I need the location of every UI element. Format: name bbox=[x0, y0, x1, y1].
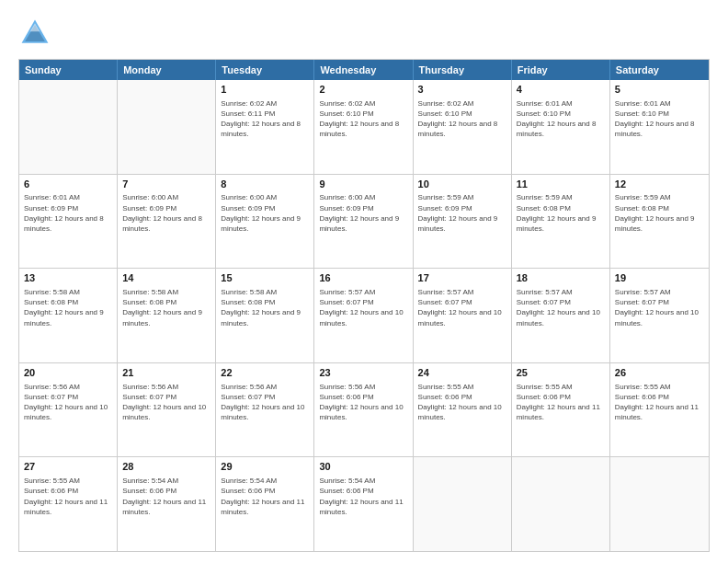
calendar-cell: 25Sunrise: 5:55 AMSunset: 6:06 PMDayligh… bbox=[512, 363, 610, 457]
day-number: 14 bbox=[122, 271, 210, 285]
cell-detail: Sunrise: 5:55 AMSunset: 6:06 PMDaylight:… bbox=[615, 382, 704, 423]
day-number: 25 bbox=[517, 366, 605, 380]
day-number: 13 bbox=[24, 271, 112, 285]
header-monday: Monday bbox=[118, 60, 216, 80]
day-number: 30 bbox=[319, 460, 407, 474]
day-number: 22 bbox=[221, 366, 309, 380]
cell-detail: Sunrise: 6:00 AMSunset: 6:09 PMDaylight:… bbox=[319, 192, 407, 234]
calendar-cell: 18Sunrise: 5:57 AMSunset: 6:07 PMDayligh… bbox=[512, 269, 610, 362]
cell-detail: Sunrise: 5:55 AMSunset: 6:06 PMDaylight:… bbox=[418, 382, 506, 423]
cell-detail: Sunrise: 5:55 AMSunset: 6:06 PMDaylight:… bbox=[517, 382, 605, 423]
day-number: 27 bbox=[24, 460, 112, 474]
calendar-cell bbox=[19, 80, 118, 174]
calendar-row-3: 13Sunrise: 5:58 AMSunset: 6:08 PMDayligh… bbox=[19, 268, 709, 362]
calendar-cell: 19Sunrise: 5:57 AMSunset: 6:07 PMDayligh… bbox=[610, 269, 709, 362]
cell-detail: Sunrise: 5:55 AMSunset: 6:06 PMDaylight:… bbox=[24, 476, 112, 517]
cell-detail: Sunrise: 5:54 AMSunset: 6:06 PMDaylight:… bbox=[221, 476, 309, 517]
calendar-cell: 24Sunrise: 5:55 AMSunset: 6:06 PMDayligh… bbox=[414, 363, 512, 457]
cell-detail: Sunrise: 6:02 AMSunset: 6:10 PMDaylight:… bbox=[319, 98, 407, 140]
calendar-cell: 26Sunrise: 5:55 AMSunset: 6:06 PMDayligh… bbox=[610, 363, 709, 457]
header-friday: Friday bbox=[512, 60, 610, 80]
cell-detail: Sunrise: 5:59 AMSunset: 6:09 PMDaylight:… bbox=[418, 192, 506, 234]
calendar-cell: 4Sunrise: 6:01 AMSunset: 6:10 PMDaylight… bbox=[512, 80, 610, 174]
calendar-cell: 28Sunrise: 5:54 AMSunset: 6:06 PMDayligh… bbox=[118, 457, 216, 551]
calendar-row-4: 20Sunrise: 5:56 AMSunset: 6:07 PMDayligh… bbox=[19, 362, 709, 457]
day-number: 29 bbox=[221, 460, 309, 474]
day-number: 20 bbox=[24, 366, 112, 380]
cell-detail: Sunrise: 5:57 AMSunset: 6:07 PMDaylight:… bbox=[319, 287, 407, 328]
header-sunday: Sunday bbox=[19, 60, 118, 80]
calendar-cell: 15Sunrise: 5:58 AMSunset: 6:08 PMDayligh… bbox=[216, 269, 314, 362]
calendar-cell: 30Sunrise: 5:54 AMSunset: 6:06 PMDayligh… bbox=[314, 457, 413, 551]
day-number: 26 bbox=[615, 366, 704, 380]
day-number: 17 bbox=[418, 271, 506, 285]
cell-detail: Sunrise: 6:02 AMSunset: 6:10 PMDaylight:… bbox=[418, 98, 506, 140]
header bbox=[18, 17, 710, 50]
calendar-cell: 9Sunrise: 6:00 AMSunset: 6:09 PMDaylight… bbox=[314, 175, 413, 269]
day-number: 12 bbox=[615, 178, 704, 191]
calendar-cell bbox=[512, 457, 610, 551]
cell-detail: Sunrise: 5:59 AMSunset: 6:08 PMDaylight:… bbox=[615, 192, 704, 234]
day-number: 7 bbox=[122, 178, 210, 191]
calendar-cell: 11Sunrise: 5:59 AMSunset: 6:08 PMDayligh… bbox=[512, 175, 610, 269]
cell-detail: Sunrise: 6:01 AMSunset: 6:10 PMDaylight:… bbox=[517, 98, 605, 140]
day-number: 19 bbox=[615, 271, 704, 285]
calendar-cell: 23Sunrise: 5:56 AMSunset: 6:06 PMDayligh… bbox=[314, 363, 413, 457]
day-number: 5 bbox=[615, 83, 704, 97]
day-number: 21 bbox=[122, 366, 210, 380]
cell-detail: Sunrise: 5:57 AMSunset: 6:07 PMDaylight:… bbox=[418, 287, 506, 328]
calendar-cell: 5Sunrise: 6:01 AMSunset: 6:10 PMDaylight… bbox=[610, 80, 709, 174]
calendar-cell: 7Sunrise: 6:00 AMSunset: 6:09 PMDaylight… bbox=[118, 175, 216, 269]
cell-detail: Sunrise: 5:54 AMSunset: 6:06 PMDaylight:… bbox=[319, 476, 407, 517]
day-number: 8 bbox=[221, 178, 309, 191]
header-tuesday: Tuesday bbox=[216, 60, 314, 80]
calendar-cell: 3Sunrise: 6:02 AMSunset: 6:10 PMDaylight… bbox=[414, 80, 512, 174]
calendar-cell: 13Sunrise: 5:58 AMSunset: 6:08 PMDayligh… bbox=[19, 269, 118, 362]
cell-detail: Sunrise: 5:56 AMSunset: 6:06 PMDaylight:… bbox=[319, 382, 407, 423]
day-number: 11 bbox=[517, 178, 605, 191]
cell-detail: Sunrise: 5:56 AMSunset: 6:07 PMDaylight:… bbox=[122, 382, 210, 423]
day-number: 2 bbox=[319, 83, 407, 97]
cell-detail: Sunrise: 6:02 AMSunset: 6:11 PMDaylight:… bbox=[221, 98, 309, 140]
calendar: Sunday Monday Tuesday Wednesday Thursday… bbox=[18, 59, 710, 552]
calendar-cell: 20Sunrise: 5:56 AMSunset: 6:07 PMDayligh… bbox=[19, 363, 118, 457]
page: Sunday Monday Tuesday Wednesday Thursday… bbox=[0, 0, 728, 563]
cell-detail: Sunrise: 6:01 AMSunset: 6:09 PMDaylight:… bbox=[24, 192, 112, 234]
calendar-cell: 14Sunrise: 5:58 AMSunset: 6:08 PMDayligh… bbox=[118, 269, 216, 362]
cell-detail: Sunrise: 5:58 AMSunset: 6:08 PMDaylight:… bbox=[221, 287, 309, 328]
day-number: 15 bbox=[221, 271, 309, 285]
logo bbox=[18, 17, 55, 50]
calendar-header: Sunday Monday Tuesday Wednesday Thursday… bbox=[19, 60, 709, 80]
day-number: 10 bbox=[418, 178, 506, 191]
calendar-cell: 29Sunrise: 5:54 AMSunset: 6:06 PMDayligh… bbox=[216, 457, 314, 551]
calendar-cell: 6Sunrise: 6:01 AMSunset: 6:09 PMDaylight… bbox=[19, 175, 118, 269]
calendar-cell: 21Sunrise: 5:56 AMSunset: 6:07 PMDayligh… bbox=[118, 363, 216, 457]
calendar-cell: 12Sunrise: 5:59 AMSunset: 6:08 PMDayligh… bbox=[610, 175, 709, 269]
day-number: 3 bbox=[418, 83, 506, 97]
calendar-cell: 8Sunrise: 6:00 AMSunset: 6:09 PMDaylight… bbox=[216, 175, 314, 269]
calendar-row-1: 1Sunrise: 6:02 AMSunset: 6:11 PMDaylight… bbox=[19, 80, 709, 174]
calendar-cell: 16Sunrise: 5:57 AMSunset: 6:07 PMDayligh… bbox=[314, 269, 413, 362]
cell-detail: Sunrise: 5:58 AMSunset: 6:08 PMDaylight:… bbox=[24, 287, 112, 328]
calendar-body: 1Sunrise: 6:02 AMSunset: 6:11 PMDaylight… bbox=[19, 80, 709, 551]
day-number: 9 bbox=[319, 178, 407, 191]
calendar-cell: 27Sunrise: 5:55 AMSunset: 6:06 PMDayligh… bbox=[19, 457, 118, 551]
day-number: 18 bbox=[517, 271, 605, 285]
cell-detail: Sunrise: 5:57 AMSunset: 6:07 PMDaylight:… bbox=[517, 287, 605, 328]
day-number: 16 bbox=[319, 271, 407, 285]
cell-detail: Sunrise: 5:56 AMSunset: 6:07 PMDaylight:… bbox=[221, 382, 309, 423]
calendar-cell bbox=[118, 80, 216, 174]
calendar-row-5: 27Sunrise: 5:55 AMSunset: 6:06 PMDayligh… bbox=[19, 456, 709, 551]
calendar-cell bbox=[610, 457, 709, 551]
cell-detail: Sunrise: 5:56 AMSunset: 6:07 PMDaylight:… bbox=[24, 382, 112, 423]
calendar-cell: 22Sunrise: 5:56 AMSunset: 6:07 PMDayligh… bbox=[216, 363, 314, 457]
cell-detail: Sunrise: 6:01 AMSunset: 6:10 PMDaylight:… bbox=[615, 98, 704, 140]
header-wednesday: Wednesday bbox=[314, 60, 413, 80]
cell-detail: Sunrise: 5:59 AMSunset: 6:08 PMDaylight:… bbox=[517, 192, 605, 234]
calendar-cell bbox=[414, 457, 512, 551]
day-number: 23 bbox=[319, 366, 407, 380]
cell-detail: Sunrise: 5:54 AMSunset: 6:06 PMDaylight:… bbox=[122, 476, 210, 517]
cell-detail: Sunrise: 5:57 AMSunset: 6:07 PMDaylight:… bbox=[615, 287, 704, 328]
day-number: 28 bbox=[122, 460, 210, 474]
calendar-cell: 10Sunrise: 5:59 AMSunset: 6:09 PMDayligh… bbox=[414, 175, 512, 269]
